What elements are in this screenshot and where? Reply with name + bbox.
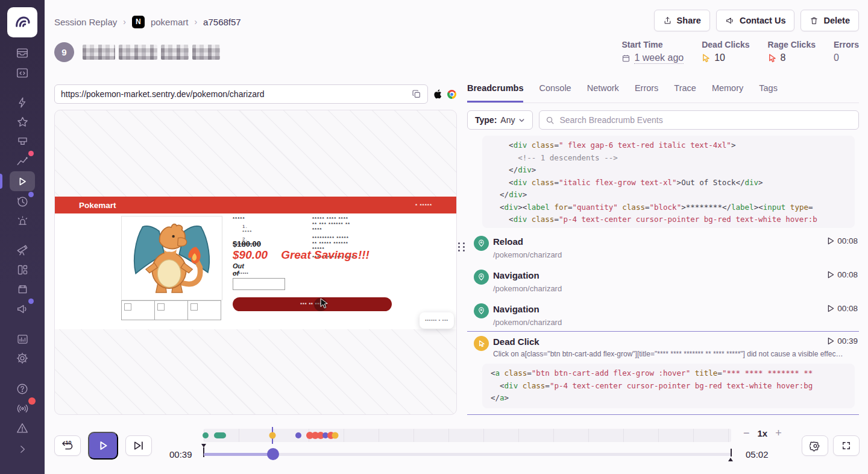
timeline-marker-navigation-group[interactable] [214,432,226,438]
dashboard-layout-icon [16,264,29,276]
navigation-pin-icon [474,303,489,318]
line-chart-icon [16,154,29,168]
breadcrumb-project[interactable]: pokemart [151,17,189,27]
add-to-cart-button[interactable]: *** ** **** [233,297,392,311]
breadcrumb-event-navigation[interactable]: Navigation /pokemon/charizard 00:08 [467,303,859,333]
quantity-input[interactable] [233,278,285,290]
panel-tabs: Breadcrumbs Console Network Errors Trace… [467,80,859,103]
start-time-value[interactable]: 1 week ago [634,52,684,64]
sentry-logo[interactable] [7,7,37,37]
sidebar-item-insights[interactable] [0,152,45,170]
speed-value[interactable]: 1x [758,428,768,438]
event-timestamp[interactable]: 00:39 [828,337,858,346]
timeline-end-marker[interactable] [731,449,732,457]
tab-console[interactable]: Console [539,83,571,101]
skip-next-icon [133,440,145,451]
sidebar-item-releases[interactable] [0,280,45,298]
speed-increase-button[interactable]: + [775,427,782,440]
sidebar-item-service-status[interactable] [0,419,45,437]
megaphone-icon [16,302,29,315]
sidebar-item-settings[interactable] [0,349,45,367]
sidebar-item-alerts-siren[interactable] [0,212,45,230]
sidebar-item-help[interactable] [0,380,45,398]
expanded-node-code-preview[interactable]: <div class=" flex gap-6 text-red italic … [482,136,855,228]
sidebar-item-feedback[interactable] [0,300,45,318]
breadcrumb-session-replay[interactable]: Session Replay [54,17,117,27]
sidebar-item-whats-new[interactable] [0,399,45,417]
sidebar-item-issues[interactable] [0,44,45,62]
replay-url-bar [54,84,428,104]
fullscreen-button[interactable] [833,435,860,456]
sidebar-item-quickstart[interactable] [0,93,45,112]
errors-label: Errors [834,40,859,49]
sidebar-item-dashboards-projector[interactable] [0,132,45,150]
tab-errors[interactable]: Errors [635,83,658,101]
breadcrumb-replay-id: a7568f57 [203,17,241,27]
whats-new-notification-badge [28,397,36,405]
event-title: Reload [493,236,523,247]
copy-url-icon[interactable] [412,89,421,99]
replay-viewer[interactable]: Pokemart * ***** [54,110,457,415]
sidebar-item-projects[interactable] [0,64,45,82]
timeline-event-track[interactable] [204,429,731,442]
trash-icon [810,16,819,25]
sidebar-item-explore[interactable] [0,241,45,259]
player-settings-button[interactable] [802,435,828,456]
charizard-illustration [124,218,220,298]
share-button[interactable]: Share [654,10,710,31]
product-thumbnail[interactable] [154,300,188,320]
archive-box-icon [16,283,29,295]
event-timestamp[interactable]: 00:08 [828,270,858,279]
sidebar-item-dashboards[interactable] [0,261,45,279]
event-timestamp[interactable]: 00:08 [828,304,858,313]
tab-memory[interactable]: Memory [712,83,743,101]
stat-dead-clicks: Dead Clicks 10 [702,40,749,64]
replay-url-input[interactable] [61,89,407,99]
breadcrumb-event-navigation[interactable]: Navigation /pokemon/charizard 00:08 [467,270,859,300]
rewind-10s-button[interactable]: 10 [54,435,81,456]
panel-resize-handle[interactable] [458,242,465,251]
star-icon [16,116,29,128]
skip-to-next-button[interactable] [125,435,152,456]
breadcrumb-event-list: <div class=" flex gap-6 text-red italic … [467,136,859,416]
breadcrumb-event-reload[interactable]: Reload /pokemon/charizard 00:08 [467,236,859,266]
sidebar-item-starred[interactable] [0,113,45,131]
delete-button[interactable]: Delete [800,10,859,31]
sidebar-item-profiling[interactable] [0,192,45,210]
megaphone-icon [725,16,735,25]
seek-bar[interactable] [204,453,731,456]
user-identifier-redacted [83,45,220,60]
product-thumbnail[interactable] [187,300,221,320]
tab-network[interactable]: Network [587,83,619,101]
play-from-here-icon [828,271,834,279]
sidebar-item-stats[interactable] [0,330,45,348]
share-upload-icon [663,16,672,25]
tab-trace[interactable]: Trace [674,83,696,101]
timeline-end-marker-arrow[interactable] [728,458,733,461]
event-title: Dead Click [493,337,539,347]
tab-tags[interactable]: Tags [759,83,778,101]
timeline-marker-navigation[interactable] [203,432,209,438]
sidebar-item-session-replay[interactable] [0,172,45,191]
chevron-down-icon [518,117,525,124]
breadcrumb-event-dead-click[interactable]: Dead Click Click on a[class="btn btn-car… [467,336,859,364]
product-thumbnail[interactable] [121,300,155,320]
dead-click-code-snippet[interactable]: <a class="btn btn-cart-add flex-grow :ho… [482,364,855,408]
stat-errors: Errors 0 [834,40,859,64]
timeline-marker-click[interactable] [295,432,301,438]
sidebar-collapse-toggle[interactable] [0,440,45,458]
contact-us-button[interactable]: Contact Us [716,10,795,31]
breadcrumb-search-input[interactable] [559,115,852,125]
sentry-logo-icon [13,13,31,31]
event-timestamp[interactable]: 00:08 [828,236,858,245]
play-pause-button[interactable] [88,432,118,460]
seek-handle[interactable] [267,448,279,460]
replay-player-controls: 10 00:39 − 1x [0,422,868,474]
speed-decrease-button[interactable]: − [743,427,750,440]
timeline-marker-dead-click[interactable] [332,432,339,439]
tab-breadcrumbs[interactable]: Breadcrumbs [467,83,523,103]
replay-user: 9 [54,42,220,62]
type-filter-dropdown[interactable]: Type: Any [467,110,533,130]
broadcast-icon [16,402,30,416]
timeline-marker-dead-click[interactable] [269,432,276,439]
